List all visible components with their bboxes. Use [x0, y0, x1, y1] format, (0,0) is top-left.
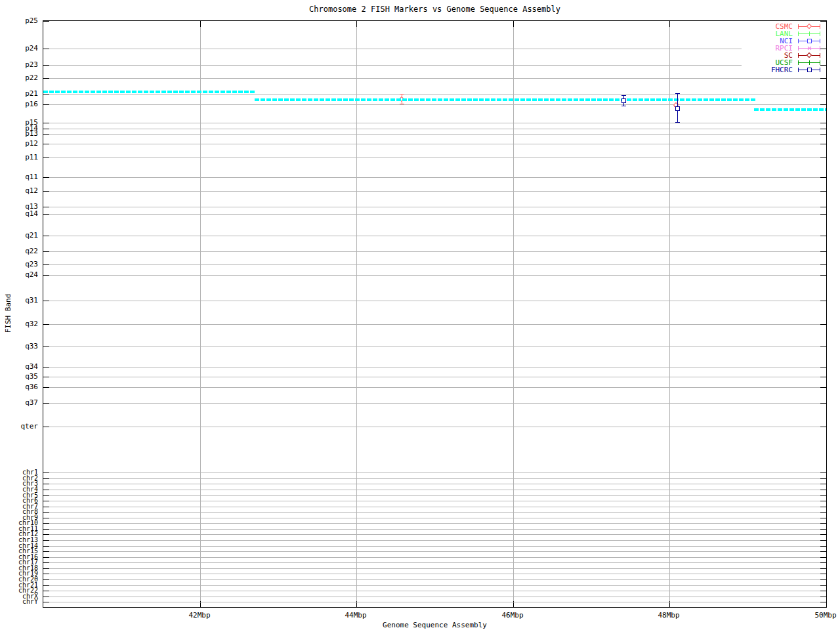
y-tick-right — [820, 104, 826, 105]
x-tick-top — [669, 21, 670, 27]
h-gridline — [43, 403, 826, 404]
y-tick-label: p16 — [0, 100, 38, 108]
legend-sample-cap — [798, 24, 799, 29]
y-tick-label: qter — [0, 423, 38, 430]
h-gridline — [43, 551, 826, 552]
y-tick-right — [820, 484, 826, 484]
y-tick-label: p22 — [0, 74, 38, 81]
y-tick-left — [43, 501, 49, 501]
h-gridline — [43, 134, 826, 135]
y-tick-right — [820, 507, 826, 507]
y-tick-right — [820, 427, 826, 427]
h-gridline — [43, 546, 826, 547]
y-tick-label: q31 — [0, 297, 38, 304]
y-tick-right — [820, 346, 826, 347]
y-tick-left — [43, 518, 49, 518]
y-tick-right — [820, 301, 826, 301]
y-tick-right — [820, 49, 826, 49]
y-tick-left — [43, 585, 49, 586]
y-tick-right — [820, 568, 826, 569]
y-tick-right — [820, 251, 826, 252]
y-tick-label: q22 — [0, 247, 38, 255]
y-tick-right — [820, 523, 826, 524]
h-gridline — [43, 264, 826, 265]
chart-title: Chromosome 2 FISH Markers vs Genome Sequ… — [43, 5, 827, 14]
x-tick-bottom — [826, 601, 827, 607]
error-bar-cap — [675, 122, 680, 123]
marker-square-icon — [621, 98, 626, 103]
legend-sample-cap — [820, 46, 820, 51]
h-gridline — [43, 177, 826, 178]
v-gridline — [356, 21, 357, 607]
y-tick-right — [820, 557, 826, 558]
y-tick-left — [43, 49, 49, 49]
y-tick-left — [43, 275, 49, 276]
h-gridline — [43, 129, 826, 129]
legend-sample-cap — [798, 53, 799, 58]
y-tick-label: q11 — [0, 173, 38, 180]
h-gridline — [43, 484, 826, 484]
legend-sample — [798, 45, 820, 52]
y-tick-right — [820, 236, 826, 236]
legend-sample — [798, 37, 820, 45]
y-tick-left — [43, 158, 49, 158]
y-tick-left — [43, 529, 49, 530]
y-tick-right — [820, 490, 826, 490]
y-tick-label: p13 — [0, 130, 38, 137]
h-gridline — [43, 472, 826, 473]
y-tick-left — [43, 264, 49, 265]
x-tick-label: 42Mbp — [186, 612, 213, 619]
h-gridline — [43, 207, 826, 207]
y-tick-label: chrY — [0, 598, 38, 604]
y-tick-right — [820, 591, 826, 591]
h-gridline — [43, 387, 826, 388]
legend-sample-cap — [798, 60, 799, 65]
y-tick-right — [820, 574, 826, 574]
h-gridline — [43, 144, 826, 144]
h-gridline — [43, 507, 826, 507]
y-tick-left — [43, 403, 49, 404]
y-tick-right — [820, 540, 826, 541]
h-gridline — [43, 534, 826, 535]
y-tick-left — [43, 534, 49, 535]
legend-sample-cap — [798, 32, 799, 36]
y-tick-left — [43, 301, 49, 301]
x-tick-top — [200, 21, 201, 27]
y-tick-right — [820, 512, 826, 513]
y-tick-right — [820, 585, 826, 586]
y-tick-left — [43, 523, 49, 524]
h-gridline — [43, 275, 826, 276]
y-tick-left — [43, 551, 49, 552]
y-tick-right — [820, 546, 826, 547]
v-gridline — [200, 21, 201, 607]
y-tick-left — [43, 387, 49, 388]
y-tick-label: p21 — [0, 90, 38, 97]
chart-canvas: Chromosome 2 FISH Markers vs Genome Sequ… — [0, 0, 840, 630]
y-tick-label: q35 — [0, 373, 38, 380]
y-tick-left — [43, 207, 49, 207]
legend-sample — [798, 66, 820, 74]
y-tick-left — [43, 478, 49, 479]
y-tick-left — [43, 236, 49, 236]
legend: CSMCLANLNCIRPCISCUCSFFHCRC — [742, 23, 820, 74]
y-tick-right — [820, 403, 826, 404]
y-tick-right — [820, 377, 826, 377]
y-tick-left — [43, 579, 49, 580]
y-tick-right — [820, 275, 826, 276]
error-bar-cap — [675, 93, 680, 94]
y-tick-left — [43, 472, 49, 473]
h-gridline — [43, 579, 826, 580]
h-gridline — [43, 65, 826, 66]
y-tick-left — [43, 507, 49, 507]
h-gridline — [43, 301, 826, 301]
h-gridline — [43, 324, 826, 325]
y-tick-right — [820, 597, 826, 597]
x-tick-label: 48Mbp — [656, 612, 682, 619]
h-gridline — [43, 540, 826, 541]
legend-sample-cap — [820, 60, 820, 65]
y-tick-left — [43, 191, 49, 192]
h-gridline — [43, 568, 826, 569]
y-tick-label: q37 — [0, 399, 38, 406]
h-gridline — [43, 529, 826, 530]
y-tick-right — [820, 478, 826, 479]
